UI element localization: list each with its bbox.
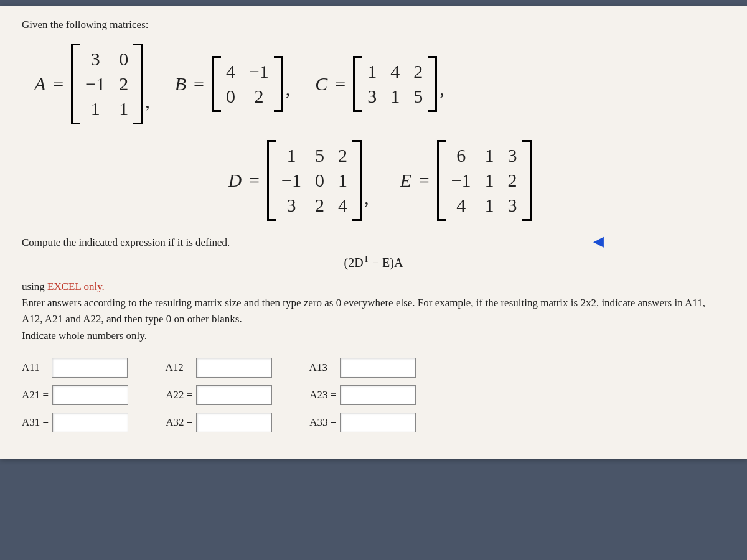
input-A11[interactable] — [52, 358, 128, 378]
matrix-cell: 0 — [226, 86, 235, 107]
right-bracket-icon — [430, 56, 437, 112]
equals-sign: = — [194, 73, 204, 95]
separator-comma: , — [286, 78, 291, 100]
matrix-A: A = 30 −12 11 , — [34, 44, 150, 124]
equals-sign: = — [419, 170, 430, 191]
separator-comma: , — [364, 187, 369, 208]
matrix-D-name: D — [228, 170, 242, 191]
matrix-cell: 4 — [338, 195, 347, 216]
caveat-whole-numbers: Indicate whole numbers only. — [22, 328, 725, 344]
equals-sign: = — [53, 73, 63, 95]
matrix-cell: 6 — [451, 145, 471, 166]
left-bracket-icon — [353, 56, 360, 112]
matrix-cell: 1 — [485, 195, 494, 216]
input-A22[interactable] — [196, 385, 272, 405]
label-A21: A21 = — [22, 389, 49, 401]
label-A12: A12 = — [165, 362, 192, 374]
answer-row-2: A21 = A22 = A23 = — [22, 385, 725, 405]
left-bracket-icon — [71, 44, 78, 124]
right-bracket-icon — [136, 44, 143, 124]
matrix-cell: 4 — [451, 195, 471, 216]
matrix-cell: −1 — [281, 170, 301, 191]
input-A32[interactable] — [196, 413, 272, 432]
matrix-cell: −1 — [85, 73, 105, 95]
matrix-cell: 2 — [413, 61, 423, 82]
matrix-cell: 1 — [281, 145, 301, 166]
matrix-cell: 5 — [413, 86, 423, 107]
caveat-format: Enter answers according to the resulting… — [22, 295, 725, 328]
left-bracket-icon — [437, 140, 444, 221]
expr-post: − E)A — [369, 256, 403, 269]
input-A13[interactable] — [340, 358, 416, 378]
right-bracket-icon — [525, 140, 532, 221]
matrix-D: D = 152 −101 324 , — [228, 140, 369, 221]
matrix-cell: 2 — [119, 73, 128, 95]
matrix-cell: 1 — [390, 86, 400, 107]
equals-sign: = — [249, 170, 260, 191]
matrix-cell: 1 — [485, 170, 494, 191]
label-A32: A32 = — [166, 416, 192, 429]
separator-comma: , — [145, 91, 150, 112]
matrix-cell: 0 — [119, 49, 128, 70]
answer-grid: A11 = A12 = A13 = A21 = A22 = A23 = A31 … — [22, 358, 725, 432]
label-A23: A23 = — [309, 389, 336, 401]
matrix-cell: 1 — [85, 98, 105, 119]
instruction-compute: Compute the indicated expression if it i… — [22, 236, 725, 249]
caveats-block: using EXCEL only. Enter answers accordin… — [22, 279, 725, 344]
matrix-cell: 2 — [249, 86, 269, 107]
matrix-cell: 4 — [390, 61, 400, 82]
right-bracket-icon — [276, 56, 283, 112]
matrix-cell: −1 — [451, 170, 471, 191]
expr-superscript: T — [364, 254, 369, 264]
matrix-B-name: B — [175, 73, 186, 95]
left-bracket-icon — [212, 56, 218, 112]
right-bracket-icon — [355, 140, 362, 221]
target-expression: (2DT − E)A — [22, 254, 725, 270]
matrix-cell: −1 — [249, 61, 269, 82]
matrix-C-name: C — [315, 73, 327, 95]
input-A31[interactable] — [52, 413, 128, 432]
matrix-cell: 2 — [338, 145, 347, 166]
matrix-cell: 1 — [367, 61, 377, 82]
matrix-cell: 2 — [315, 195, 324, 216]
matrix-cell: 3 — [508, 145, 517, 166]
equals-sign: = — [335, 73, 345, 95]
answer-row-3: A31 = A32 = A33 = — [22, 413, 725, 432]
matrix-B: B = 4−1 02 , — [175, 56, 291, 112]
label-A22: A22 = — [166, 389, 192, 401]
matrix-cell: 1 — [485, 145, 494, 166]
matrix-cell: 4 — [226, 61, 235, 82]
matrix-cell: 0 — [315, 170, 324, 191]
label-A11: A11 = — [22, 362, 48, 374]
matrix-row-1: A = 30 −12 11 , B = 4−1 02 — [34, 44, 725, 124]
label-A31: A31 = — [22, 416, 49, 429]
matrix-cell: 3 — [85, 49, 105, 70]
label-A13: A13 = — [309, 362, 336, 374]
input-A33[interactable] — [340, 413, 416, 432]
label-A33: A33 = — [309, 416, 336, 429]
caveat-using: using — [22, 281, 47, 292]
caveat-excel-only: EXCEL only. — [47, 281, 105, 292]
matrix-C: C = 142 315 , — [315, 56, 444, 112]
matrix-row-2: D = 152 −101 324 , E = 613 −112 — [34, 140, 725, 221]
matrix-cell: 2 — [508, 170, 517, 191]
matrix-E: E = 613 −112 413 — [400, 140, 531, 221]
matrix-cell: 3 — [508, 195, 517, 216]
input-A12[interactable] — [196, 358, 272, 378]
matrix-A-name: A — [34, 73, 45, 95]
expr-pre: (2D — [344, 256, 364, 269]
question-sheet: Given the following matrices: A = 30 −12… — [0, 6, 747, 459]
matrix-cell: 3 — [367, 86, 377, 107]
matrix-cell: 1 — [119, 98, 128, 119]
input-A21[interactable] — [52, 385, 128, 405]
separator-comma: , — [439, 78, 444, 100]
matrix-cell: 3 — [281, 195, 301, 216]
matrix-cell: 1 — [338, 170, 347, 191]
prompt-intro: Given the following matrices: — [22, 19, 725, 31]
matrix-cell: 5 — [315, 145, 324, 166]
answer-row-1: A11 = A12 = A13 = — [22, 358, 725, 378]
matrix-E-name: E — [400, 170, 411, 191]
left-bracket-icon — [267, 140, 274, 221]
input-A23[interactable] — [340, 385, 416, 405]
